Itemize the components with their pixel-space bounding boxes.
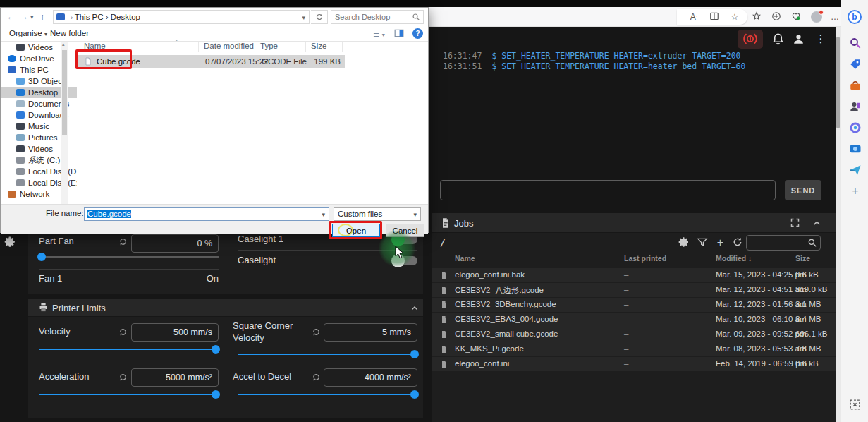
address-bar[interactable]: › This PC › Desktop ▾ bbox=[53, 10, 310, 24]
col-type[interactable]: Type bbox=[260, 42, 278, 50]
page-scrollbar-thumb[interactable] bbox=[836, 37, 840, 128]
back-icon[interactable]: ← bbox=[6, 11, 16, 22]
acceleration-reset-icon[interactable] bbox=[118, 373, 128, 382]
more-menu-icon[interactable]: … bbox=[829, 11, 841, 23]
window-titlebar bbox=[0, 0, 841, 7]
place-icon bbox=[16, 145, 25, 152]
sidebar-people-icon[interactable] bbox=[849, 100, 862, 113]
acceleration-slider-knob[interactable] bbox=[212, 390, 220, 399]
dialog-search-input[interactable] bbox=[331, 11, 423, 23]
help-icon[interactable]: ? bbox=[412, 28, 423, 39]
forward-icon[interactable]: → bbox=[19, 11, 28, 22]
accel-to-decel-slider[interactable] bbox=[238, 394, 417, 395]
sidebar-scrollbar-thumb[interactable] bbox=[62, 50, 67, 135]
sidebar-search-icon[interactable] bbox=[849, 37, 862, 49]
jobs-collapse-chevron-icon[interactable] bbox=[812, 219, 824, 231]
refresh-button[interactable] bbox=[311, 10, 328, 24]
favorites-add-icon[interactable] bbox=[752, 11, 763, 23]
file-name-dropdown-icon[interactable]: ▾ bbox=[322, 209, 325, 221]
favorite-star-icon[interactable]: ☆ bbox=[729, 11, 740, 23]
limits-collapse-chevron-icon[interactable] bbox=[410, 304, 422, 316]
part-fan-slider[interactable] bbox=[39, 256, 219, 258]
jobs-col-size[interactable]: Size bbox=[795, 254, 810, 263]
job-file-name[interactable]: KK_MKS_Pi.gcode bbox=[455, 344, 524, 353]
jobs-panel-header: Jobs bbox=[432, 213, 836, 233]
breadcrumb[interactable]: This PC › Desktop bbox=[75, 13, 140, 21]
acceleration-value-input[interactable]: 5000 mm/s² bbox=[131, 368, 219, 387]
job-file-name[interactable]: elegoo_conf.ini bbox=[455, 359, 509, 368]
job-row[interactable]: elegoo_conf.ini – Feb. 14, 2019 - 06:59 … bbox=[432, 357, 836, 371]
job-file-name[interactable]: CE3E3V2_八边形.gcode bbox=[455, 285, 544, 296]
job-row[interactable]: CE3E3V2_EBA3_004.gcode – Mar. 10, 2023 -… bbox=[432, 313, 836, 327]
app-settings-gear-icon[interactable] bbox=[4, 236, 16, 248]
split-screen-icon[interactable] bbox=[709, 11, 721, 23]
velocity-value-input[interactable]: 500 mm/s bbox=[131, 323, 219, 342]
velocity-slider[interactable] bbox=[39, 349, 219, 350]
job-file-name[interactable]: CE3E3V2_3DBenchy.gcode bbox=[455, 300, 556, 308]
part-fan-slider-knob[interactable] bbox=[37, 253, 46, 261]
jobs-col-name[interactable]: Name bbox=[455, 254, 475, 263]
velocity-slider-knob[interactable] bbox=[212, 345, 220, 354]
sidebar-add-icon[interactable]: + bbox=[849, 185, 862, 198]
sidebar-loop-icon[interactable] bbox=[849, 121, 862, 134]
jobs-refresh-icon[interactable] bbox=[732, 236, 744, 248]
file-name-input[interactable]: Cube.gcode ▾ bbox=[84, 207, 329, 221]
velocity-reset-icon[interactable] bbox=[118, 327, 128, 337]
job-row[interactable]: CE3E3V2_3DBenchy.gcode – Mar. 12, 2023 -… bbox=[432, 298, 836, 312]
part-fan-reset-icon[interactable] bbox=[118, 237, 128, 246]
scroll-up-icon[interactable]: ▴ bbox=[62, 42, 65, 47]
notifications-bell-icon[interactable] bbox=[771, 32, 786, 47]
console-send-button[interactable]: SEND bbox=[785, 180, 821, 200]
user-account-icon[interactable] bbox=[792, 32, 806, 47]
part-fan-value-input[interactable]: 0 % bbox=[131, 234, 219, 253]
dialog-sidebar-scrollbar[interactable]: ▴ ▾ bbox=[61, 42, 68, 211]
accel-to-decel-reset-icon[interactable] bbox=[312, 373, 321, 382]
scv-slider[interactable] bbox=[238, 354, 417, 355]
jobs-filter-funnel-icon[interactable] bbox=[697, 236, 709, 248]
col-date-modified[interactable]: Date modified bbox=[204, 42, 254, 50]
browser-profile-avatar[interactable] bbox=[811, 11, 822, 23]
view-list-icon[interactable]: ≣ ▾ bbox=[373, 29, 385, 39]
jobs-fullscreen-icon[interactable] bbox=[790, 217, 802, 229]
jobs-settings-gear-icon[interactable] bbox=[678, 236, 690, 248]
sidebar-basket-icon[interactable] bbox=[849, 79, 862, 92]
sidebar-send-icon[interactable] bbox=[849, 164, 862, 176]
col-size[interactable]: Size bbox=[311, 42, 326, 50]
acceleration-slider[interactable] bbox=[39, 394, 219, 395]
history-dropdown-icon[interactable]: ▾ bbox=[30, 13, 34, 20]
jobs-add-file-icon[interactable]: + bbox=[714, 236, 726, 248]
file-type-select[interactable]: Custom files ▾ bbox=[334, 207, 421, 221]
job-file-name[interactable]: elegoo_conf.ini.bak bbox=[455, 270, 525, 279]
bing-copilot-icon[interactable]: b bbox=[848, 10, 862, 24]
screenshot-tool-icon[interactable] bbox=[849, 399, 862, 411]
browser-essentials-icon[interactable] bbox=[791, 11, 802, 23]
dialog-search-box[interactable] bbox=[331, 10, 424, 24]
page-scrollbar[interactable] bbox=[836, 27, 841, 422]
address-dropdown-icon[interactable]: ▾ bbox=[302, 11, 305, 24]
sidebar-media-icon[interactable] bbox=[849, 143, 862, 155]
up-icon[interactable]: ↑ bbox=[40, 11, 45, 22]
scv-value-input[interactable]: 5 mm/s bbox=[324, 323, 417, 342]
collections-icon[interactable] bbox=[771, 11, 783, 23]
printer-limits-header[interactable]: Printer Limits bbox=[28, 299, 423, 317]
emergency-stop-button[interactable] bbox=[738, 30, 763, 49]
scv-slider-knob[interactable] bbox=[410, 350, 419, 358]
job-file-name[interactable]: CE3E3V2_EBA3_004.gcode bbox=[455, 315, 558, 323]
accel-to-decel-value-input[interactable]: 4000 mm/s² bbox=[324, 368, 417, 387]
console-command-input[interactable] bbox=[440, 180, 776, 200]
jobs-col-modified[interactable]: Modified ↓ bbox=[716, 254, 752, 263]
job-row[interactable]: CE3E3V2_八边形.gcode – Mar. 12, 2023 - 04:5… bbox=[432, 283, 836, 297]
jobs-col-last-printed[interactable]: Last printed bbox=[624, 254, 666, 263]
organise-menu[interactable]: Organise ▾ bbox=[9, 29, 47, 37]
sidebar-shopping-tag-icon[interactable] bbox=[849, 58, 862, 71]
job-row[interactable]: CE3E3V2_small cube.gcode – Mar. 09, 2023… bbox=[432, 327, 836, 342]
job-file-name[interactable]: CE3E3V2_small cube.gcode bbox=[455, 330, 558, 338]
scv-reset-icon[interactable] bbox=[312, 327, 321, 337]
read-aloud-icon[interactable]: A᾽ bbox=[688, 11, 699, 23]
new-folder-button[interactable]: New folder bbox=[50, 29, 89, 37]
preview-pane-icon[interactable] bbox=[394, 28, 404, 38]
accel-to-decel-slider-knob[interactable] bbox=[410, 390, 419, 399]
job-row[interactable]: KK_MKS_Pi.gcode – Mar. 08, 2023 - 05:53 … bbox=[432, 342, 836, 356]
kebab-menu-icon[interactable]: ⋮ bbox=[814, 32, 828, 47]
job-row[interactable]: elegoo_conf.ini.bak – Mar. 15, 2023 - 04… bbox=[432, 268, 836, 282]
